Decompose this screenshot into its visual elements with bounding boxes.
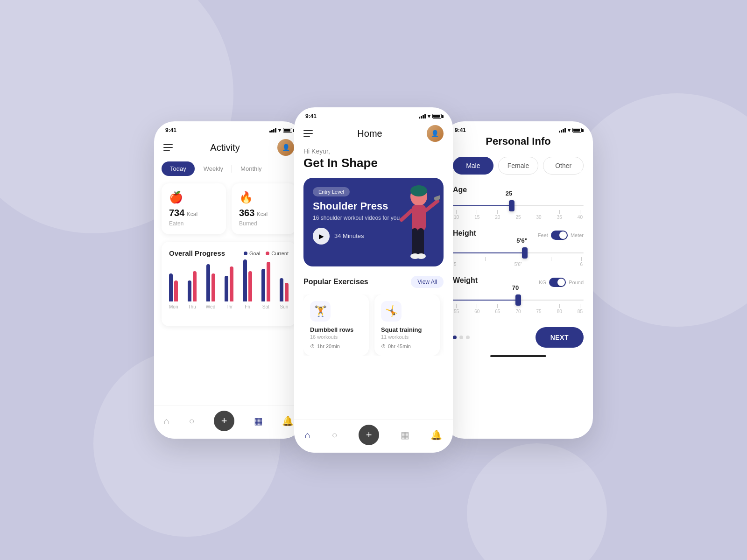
apple-icon: 🍎 [169, 191, 183, 204]
goal-bar [225, 276, 228, 301]
nav-bell-icon[interactable]: 🔔 [430, 429, 442, 441]
user-avatar-left[interactable]: 👤 [277, 139, 294, 156]
age-thumb[interactable]: 25 [509, 200, 514, 211]
menu-line [303, 136, 310, 137]
menu-icon[interactable] [303, 130, 313, 137]
bar-group-fri: Fri [243, 259, 252, 309]
tick: 80 [557, 304, 562, 314]
svg-line-9 [402, 210, 412, 220]
tab-monthly[interactable]: Monthly [232, 161, 270, 176]
tick: 70 [515, 304, 521, 314]
home-phone: 9:41 ▾ Home 👤 H [294, 107, 453, 453]
nav-user-icon[interactable]: ○ [331, 430, 337, 441]
nav-home-icon[interactable]: ⌂ [305, 430, 310, 441]
height-fill [453, 252, 525, 253]
svg-point-1 [410, 185, 427, 196]
age-value: 25 [506, 190, 512, 197]
stat-card-burned: 🔥 363 Kcal Burned [232, 183, 296, 234]
goal-bar [206, 264, 210, 301]
tick: 65 [495, 304, 500, 314]
menu-line [303, 133, 313, 134]
exercise-count: 16 workouts [310, 334, 362, 340]
battery-icon [283, 128, 292, 133]
weight-value: 70 [512, 284, 519, 291]
svg-rect-3 [412, 228, 418, 256]
weight-unit-toggle: KG Pound [539, 278, 584, 287]
nav-home-icon[interactable]: ⌂ [164, 416, 169, 427]
nav-add-button[interactable]: + [359, 425, 379, 445]
status-bar-right: 9:41 ▾ [444, 121, 593, 135]
tab-today[interactable]: Today [162, 161, 195, 176]
status-icons-left: ▾ [269, 127, 292, 133]
greeting-text: Hi Keyur, [303, 147, 444, 155]
activity-content: Today Weekly Monthly 🍎 734 Kcal Eaten 🔥 [154, 161, 303, 326]
goal-bar [243, 259, 247, 301]
current-bar [193, 271, 197, 301]
next-row: NEXT [453, 323, 584, 351]
status-bar-left: 9:41 ▾ [154, 121, 303, 135]
toggle-knob [559, 231, 567, 239]
gender-male-button[interactable]: Male [453, 157, 493, 175]
personal-content: Personal Info Male Female Other Age 25 [444, 135, 593, 357]
current-bar [267, 262, 270, 301]
height-section: Height Feet Meter 5'6" [453, 229, 584, 267]
gender-other-button[interactable]: Other [543, 157, 584, 175]
exercise-time: ⏱ 0hr 45min [381, 343, 433, 349]
menu-line [163, 147, 173, 148]
chart-legend: Goal Current [244, 251, 289, 256]
weight-toggle[interactable] [549, 278, 566, 287]
exercise-card-squat[interactable]: 🤸 Squat training 11 workouts ⏱ 0hr 45min [374, 294, 440, 356]
bar-group-mon: Mon [169, 273, 178, 309]
exercise-card-dumbbell[interactable]: 🏋️ Dumbbell rows 16 workouts ⏱ 1hr 20min [303, 294, 369, 356]
phones-container: 9:41 ▾ Activity 👤 [154, 107, 593, 453]
nav-bell-icon[interactable]: 🔔 [282, 415, 294, 427]
nav-add-button[interactable]: + [214, 411, 234, 431]
nav-chart-icon[interactable]: ▦ [254, 415, 263, 427]
play-button[interactable]: ▶ [313, 228, 330, 245]
next-button[interactable]: NEXT [536, 327, 584, 348]
tick: 60 [474, 304, 479, 314]
activity-title: Activity [210, 142, 240, 153]
height-label: Height [453, 229, 476, 238]
wifi-icon: ▾ [278, 127, 281, 133]
bar-group-thr: Thr [225, 266, 233, 309]
status-icons-right: ▾ [559, 127, 582, 133]
exercises-section-header: Popular Exercises View All [303, 276, 444, 288]
activity-header: Activity 👤 [154, 135, 303, 161]
goal-bar [261, 269, 265, 301]
legend-goal: Goal [244, 251, 260, 256]
height-thumb[interactable]: 5'6" [522, 247, 528, 259]
menu-icon[interactable] [163, 144, 173, 151]
view-all-button[interactable]: View All [411, 276, 444, 288]
tick: 20 [495, 210, 500, 220]
gender-female-button[interactable]: Female [498, 157, 539, 175]
tab-weekly[interactable]: Weekly [195, 161, 232, 176]
dumbbell-icon: 🏋️ [310, 301, 331, 322]
age-slider[interactable]: 25 10 15 20 25 30 35 40 [453, 205, 584, 220]
dot-1 [453, 336, 457, 339]
bar-label: Thu [188, 304, 196, 309]
tick [485, 257, 486, 267]
bar-group-wed: Wed [206, 264, 215, 309]
height-toggle[interactable] [551, 231, 568, 240]
nav-chart-icon[interactable]: ▦ [401, 429, 409, 441]
stats-row: 🍎 734 Kcal Eaten 🔥 363 Kcal Burned [162, 183, 296, 234]
greeting-title: Get In Shape [303, 156, 444, 170]
height-slider[interactable]: 5'6" 5 5'6" 6 [453, 252, 584, 267]
nav-user-icon[interactable]: ○ [189, 416, 194, 427]
status-time-right: 9:41 [455, 127, 466, 133]
exercise-time: ⏱ 1hr 20min [310, 343, 362, 349]
workout-card[interactable]: Entry Level Shoulder Press 16 shoulder w… [303, 178, 444, 266]
bar-label: Sat [262, 304, 269, 309]
signal-icon [419, 114, 426, 119]
user-avatar-center[interactable]: 👤 [427, 125, 444, 142]
goal-bar [188, 280, 191, 301]
age-fill [453, 205, 512, 206]
signal-icon [269, 128, 276, 133]
weight-thumb[interactable]: 70 [515, 294, 521, 306]
exercise-count: 11 workouts [381, 334, 433, 340]
weight-slider[interactable]: 70 55 60 65 70 75 80 85 [453, 300, 584, 314]
bg-blob-4 [467, 443, 607, 560]
stat-value: 363 Kcal [239, 208, 268, 218]
stat-value: 734 Kcal [169, 208, 197, 218]
